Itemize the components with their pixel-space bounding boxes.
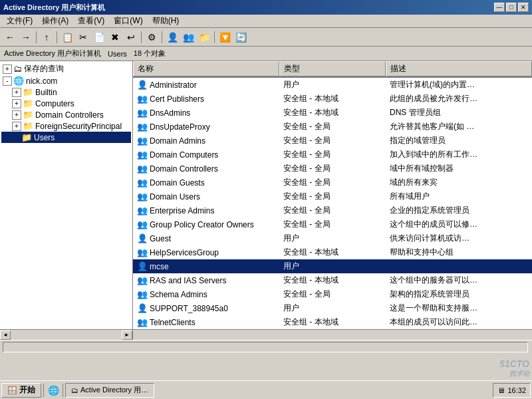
- group-icon: 👥: [137, 150, 148, 160]
- group-icon: 👥: [137, 219, 148, 229]
- menu-item-F[interactable]: 文件(F): [3, 14, 37, 28]
- table-row[interactable]: 👥DnsAdmins安全组 - 本地域DNS 管理员组: [133, 106, 532, 120]
- refresh-button[interactable]: 🔄: [233, 30, 248, 45]
- col-header-name[interactable]: 名称: [133, 61, 279, 76]
- row-name: Domain Admins: [150, 136, 205, 146]
- tree-expand-builtin[interactable]: +: [12, 88, 21, 97]
- row-type: 安全组 - 全局: [279, 288, 386, 301]
- tree-item-foreign-security[interactable]: + 📁 ForeignSecurityPrincipal: [1, 120, 131, 132]
- hscroll-left-btn[interactable]: ◄: [0, 331, 11, 340]
- table-row[interactable]: 👥RAS and IAS Servers安全组 - 本地域这个组中的服务器可以…: [133, 273, 532, 287]
- hscroll-left: ◄ ►: [0, 330, 133, 340]
- watermark-line2: 技术论: [499, 370, 529, 378]
- row-name: Administrator: [150, 80, 197, 90]
- taskbar-active-directory-item[interactable]: 🗂 Active Directory 用…: [65, 383, 154, 398]
- up-button[interactable]: ↑: [39, 30, 54, 45]
- table-row[interactable]: 👥HelpServicesGroup安全组 - 本地域帮助和支持中心组: [133, 245, 532, 259]
- user-icon: 👤: [137, 80, 148, 90]
- copy-button[interactable]: 📋: [60, 30, 74, 45]
- table-row[interactable]: 👤Administrator用户管理计算机(域)的内置…: [133, 78, 532, 92]
- row-type: 用户: [279, 260, 386, 273]
- taskbar-ie-icon[interactable]: 🌐: [46, 383, 61, 398]
- row-type: 安全组 - 全局: [279, 120, 386, 133]
- row-type: 安全组 - 本地域: [279, 92, 386, 105]
- group-icon: 👥: [137, 94, 148, 104]
- folder-icon-computers: 📁: [23, 98, 33, 108]
- menu-item-H[interactable]: 帮助(H): [148, 14, 184, 28]
- new-user-button[interactable]: 👤: [165, 30, 180, 45]
- group-icon: 👥: [137, 192, 148, 201]
- row-name: mcse: [150, 262, 169, 271]
- tree-item-computers[interactable]: + 📁 Computers: [1, 98, 131, 109]
- table-row[interactable]: 👥Cert Publishers安全组 - 本地域此组的成员被允许发行…: [133, 92, 532, 106]
- table-row[interactable]: 👥Domain Guests安全组 - 全局域的所有来宾: [133, 176, 532, 190]
- table-row[interactable]: 👤mcse用户: [133, 259, 532, 273]
- tree-expand-nick-com[interactable]: -: [3, 76, 12, 86]
- table-row[interactable]: 👥Domain Computers安全组 - 全局加入到域中的所有工作…: [133, 148, 532, 162]
- group-icon: 👥: [137, 136, 148, 146]
- group-icon: 👥: [137, 164, 148, 174]
- tree-label-saved-queries: 保存的查询: [24, 63, 64, 74]
- row-desc: 加入到域中的所有工作…: [386, 148, 532, 161]
- object-count-label: 18 个对象: [134, 49, 166, 59]
- paste-button[interactable]: 📄: [92, 30, 106, 45]
- user-icon: 👤: [137, 261, 148, 271]
- hscroll-area: ◄ ►: [0, 329, 532, 340]
- row-desc: 允许替其他客户端(如 …: [386, 120, 532, 133]
- properties-button[interactable]: ⚙: [144, 30, 159, 45]
- table-row[interactable]: 👥Group Policy Creator Owners安全组 - 全局这个组中…: [133, 217, 532, 231]
- row-name: Cert Publishers: [150, 94, 204, 104]
- table-row[interactable]: 👥Domain Admins安全组 - 全局指定的域管理员: [133, 134, 532, 148]
- new-group-button[interactable]: 👥: [181, 30, 196, 45]
- hscroll-right-btn[interactable]: ►: [122, 331, 132, 340]
- new-ou-button[interactable]: 📁: [197, 30, 211, 45]
- delete-button[interactable]: ✖: [108, 30, 122, 45]
- minimize-button[interactable]: —: [494, 3, 505, 12]
- tree-item-builtin[interactable]: + 📁 Builtin: [1, 86, 131, 98]
- menu-item-W[interactable]: 窗口(W): [110, 14, 146, 28]
- row-name: HelpServicesGroup: [150, 248, 219, 257]
- maximize-button[interactable]: □: [506, 3, 517, 12]
- menu-item-V[interactable]: 查看(V): [74, 14, 108, 28]
- forward-button[interactable]: →: [19, 30, 33, 45]
- tree-item-users[interactable]: 📁 Users: [1, 132, 131, 143]
- group-icon: 👥: [137, 122, 148, 132]
- table-row[interactable]: 👥Domain Users安全组 - 全局所有域用户: [133, 190, 532, 203]
- tree-item-domain-controllers[interactable]: + 📁 Domain Controllers: [1, 109, 131, 120]
- tree-panel: + 🗂 保存的查询 - 🌐 nick.com + 📁 Builtin + 📁 C…: [0, 61, 133, 329]
- row-type: 安全组 - 全局: [279, 218, 386, 231]
- tree-expand-saved-queries[interactable]: +: [3, 65, 12, 74]
- start-button[interactable]: 🪟 开始: [1, 383, 41, 398]
- user-icon: 👤: [137, 233, 148, 243]
- tree-item-nick-com[interactable]: - 🌐 nick.com: [1, 75, 131, 86]
- row-desc: DNS 管理员组: [386, 106, 532, 119]
- menu-item-A[interactable]: 操作(A): [38, 14, 72, 28]
- tree-label-builtin: Builtin: [35, 88, 57, 97]
- tree-expand-domain-controllers[interactable]: +: [12, 110, 21, 120]
- table-row[interactable]: 👥Schema Admins安全组 - 全局架构的指定系统管理员: [133, 287, 532, 301]
- col-header-type[interactable]: 类型: [279, 61, 386, 76]
- group-icon: 👥: [137, 247, 148, 257]
- content-area: + 🗂 保存的查询 - 🌐 nick.com + 📁 Builtin + 📁 C…: [0, 61, 532, 329]
- tree-label-computers: Computers: [35, 99, 74, 108]
- table-row[interactable]: 👤Guest用户供来访问计算机或访…: [133, 231, 532, 245]
- table-row[interactable]: 👥Domain Controllers安全组 - 全局域中所有域控制器: [133, 162, 532, 176]
- list-panel: 名称 类型 描述 👤Administrator用户管理计算机(域)的内置…👥Ce…: [133, 61, 532, 329]
- col-header-desc[interactable]: 描述: [386, 61, 532, 76]
- table-row[interactable]: 👥Enterprise Admins安全组 - 全局企业的指定系统管理员: [133, 203, 532, 217]
- table-row[interactable]: 👤SUPPORT_388945a0用户这是一个帮助和支持服…: [133, 301, 532, 315]
- tree-item-saved-queries[interactable]: + 🗂 保存的查询: [1, 63, 131, 75]
- table-row[interactable]: 👥DnsUpdateProxy安全组 - 全局允许替其他客户端(如 …: [133, 120, 532, 134]
- table-row[interactable]: 👥TelnetClients安全组 - 本地域本组的成员可以访问此…: [133, 315, 532, 329]
- cut-button[interactable]: ✂: [76, 30, 90, 45]
- group-icon: 👥: [137, 317, 148, 327]
- filter-button[interactable]: 🔽: [217, 30, 232, 45]
- undo-button[interactable]: ↩: [124, 30, 138, 45]
- row-type: 安全组 - 全局: [279, 190, 386, 203]
- close-button[interactable]: ✕: [518, 3, 529, 12]
- tree-expand-foreign-security[interactable]: +: [12, 122, 21, 131]
- tree-expand-computers[interactable]: +: [12, 99, 21, 108]
- row-desc: 指定的域管理员: [386, 134, 532, 147]
- back-button[interactable]: ←: [3, 30, 17, 45]
- taskbar-ad-icon: 🗂: [71, 386, 78, 394]
